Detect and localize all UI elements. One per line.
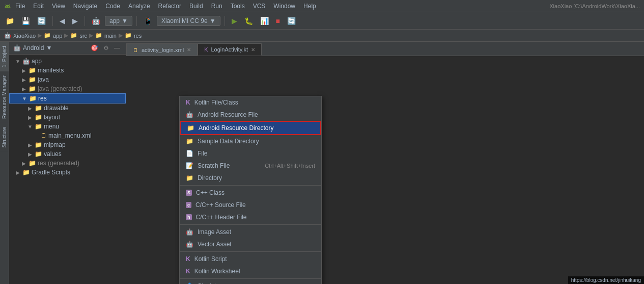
xml-tab-close[interactable]: ✕ — [187, 47, 191, 53]
toolbar-app-dropdown[interactable]: app ▼ — [105, 16, 132, 26]
toolbar-device-icon[interactable]: 📱 — [141, 15, 155, 27]
folder-icon-drawable: 📁 — [35, 105, 42, 112]
android-res-file-icon: 🤖 — [186, 111, 193, 118]
tree-item-layout[interactable]: ▶ 📁 layout — [9, 113, 126, 122]
menu-navigate[interactable]: Navigate — [69, 2, 101, 11]
submenu-cpp-source[interactable]: c C/C++ Source File — [180, 199, 321, 211]
panel-locate-btn[interactable]: 🎯 — [89, 44, 100, 52]
tree-item-java[interactable]: ▶ 📁 java — [9, 75, 126, 84]
menu-tools[interactable]: Tools — [227, 2, 249, 11]
submenu-singleton[interactable]: 🔷 Singleton — [180, 280, 321, 284]
tree-arrow-res: ▼ — [21, 96, 27, 101]
submenu-android-res-dir[interactable]: 📁 Android Resource Directory — [180, 121, 321, 135]
cpp-source-icon: c — [186, 202, 191, 208]
breadcrumb-main[interactable]: 📁 main — [95, 32, 117, 39]
breadcrumb-src[interactable]: 📁 src — [70, 32, 87, 39]
tree-item-manifests[interactable]: ▶ 📁 manifests — [9, 66, 126, 75]
submenu-scratch-file[interactable]: 📝 Scratch File Ctrl+Alt+Shift+Insert — [180, 160, 321, 172]
toolbar-sync2-btn[interactable]: 🔄 — [285, 15, 298, 27]
submenu-kotlin-file[interactable]: K Kotlin File/Class — [180, 96, 321, 109]
toolbar-sync-btn[interactable]: 🔄 — [35, 15, 48, 27]
side-tab-structure[interactable]: Structure — [0, 123, 9, 152]
project-panel-header: 🤖 Android ▼ 🎯 ⚙ — — [9, 42, 126, 55]
submenu-kotlin-worksheet[interactable]: K Kotlin Worksheet — [180, 265, 321, 277]
breadcrumb-res[interactable]: 📁 res — [125, 32, 142, 39]
breadcrumb-res-folder-icon: 📁 — [125, 32, 132, 39]
panel-header-actions: 🎯 ⚙ — — [89, 44, 122, 52]
tree-arrow-res-gen: ▶ — [21, 161, 27, 166]
submenu-kotlin-script[interactable]: K Kotlin Script — [180, 253, 321, 265]
xml-tab-icon: 🗒 — [133, 47, 138, 53]
tree-item-gradle[interactable]: ▶ 📁 Gradle Scripts — [9, 168, 126, 177]
toolbar-run-btn[interactable]: ▶ — [229, 15, 240, 27]
menu-build[interactable]: Build — [185, 2, 207, 11]
toolbar-forward-btn[interactable]: ▶ — [70, 15, 80, 27]
menu-analyze[interactable]: Analyze — [124, 2, 154, 11]
tree-label-main-menu-xml: main_menu.xml — [48, 132, 92, 139]
submenu-cpp-header[interactable]: h C/C++ Header File — [180, 211, 321, 223]
folder-icon-menu: 📁 — [35, 123, 42, 130]
folder-icon-res: 📁 — [29, 95, 37, 102]
panel-gear-btn[interactable]: ⚙ — [102, 44, 110, 52]
panel-title-arrow: ▼ — [46, 44, 52, 51]
tree-item-values[interactable]: ▶ 📁 values — [9, 149, 126, 159]
menu-run[interactable]: Run — [207, 2, 227, 11]
tree-arrow-values: ▶ — [27, 151, 33, 157]
menu-file[interactable]: File — [11, 2, 29, 11]
tree-item-app[interactable]: ▼ 🤖 app — [9, 57, 126, 66]
toolbar-device-arrow: ▼ — [210, 17, 216, 24]
cpp-class-icon: S — [186, 190, 192, 196]
submenu-directory[interactable]: 📁 Directory — [180, 172, 321, 184]
toolbar-save-btn[interactable]: 💾 — [19, 15, 33, 27]
tree-item-res[interactable]: ▼ 📁 res — [9, 93, 126, 104]
toolbar-open-btn[interactable]: 📁 — [3, 15, 17, 27]
submenu-sep-4 — [180, 278, 321, 279]
panel-close-btn[interactable]: — — [113, 44, 122, 52]
tooltip-text: https://blog.csdn.net/jinhuikang — [571, 277, 641, 283]
tree-item-drawable[interactable]: ▶ 📁 drawable — [9, 104, 126, 113]
tree-item-mipmap[interactable]: ▶ 📁 mipmap — [9, 140, 126, 149]
tree-item-menu[interactable]: ▼ 📁 menu — [9, 122, 126, 131]
breadcrumb-res-label: res — [134, 33, 142, 39]
tree-item-java-gen[interactable]: ▶ 📁 java (generated) — [9, 84, 126, 93]
submenu-image-asset-label: Image Asset — [198, 228, 231, 236]
menu-view[interactable]: View — [48, 2, 69, 11]
tree-item-res-gen[interactable]: ▶ 📁 res (generated) — [9, 159, 126, 168]
menubar: File Edit View Navigate Code Analyze Ref… — [0, 0, 644, 12]
toolbar-profile-btn[interactable]: 📊 — [258, 15, 271, 27]
tree-label-app: app — [32, 58, 42, 65]
submenu-kotlin-worksheet-label: Kotlin Worksheet — [194, 268, 241, 275]
editor-tab-xml[interactable]: 🗒 activity_login.xml ✕ — [126, 43, 198, 56]
tree-item-main-menu-xml[interactable]: 🗒 main_menu.xml — [9, 131, 126, 140]
submenu-vector-asset[interactable]: 🤖 Vector Asset — [180, 238, 321, 250]
menu-edit[interactable]: Edit — [29, 2, 48, 11]
folder-icon-app: 🤖 — [22, 58, 30, 65]
submenu-cpp-header-label: C/C++ Header File — [196, 214, 247, 221]
submenu-cpp-class[interactable]: S C++ Class — [180, 187, 321, 199]
menu-refactor[interactable]: Refactor — [154, 2, 185, 11]
side-tab-project[interactable]: 1: Project — [0, 42, 9, 71]
breadcrumb-app[interactable]: 📁 app — [44, 32, 62, 39]
project-panel-title: 🤖 Android ▼ — [13, 44, 52, 51]
kt-tab-close[interactable]: ✕ — [251, 47, 255, 53]
toolbar-stop-btn[interactable]: ■ — [273, 15, 283, 27]
submenu-sample-data-dir[interactable]: 📁 Sample Data Directory — [180, 135, 321, 147]
breadcrumb: 🤖 XiaoXiao ▶ 📁 app ▶ 📁 src ▶ 📁 main ▶ 📁 … — [0, 30, 644, 42]
toolbar-device-dropdown[interactable]: Xiaomi MI CC 9e ▼ — [157, 16, 220, 26]
menu-help[interactable]: Help — [299, 2, 320, 11]
app-title: XiaoXiao [C:\AndroidWork\XiaoXia... — [549, 3, 640, 9]
toolbar-android-btn[interactable]: 🤖 — [89, 15, 103, 27]
breadcrumb-folder-icon: 📁 — [44, 32, 51, 39]
toolbar-back-btn[interactable]: ◀ — [57, 15, 68, 27]
toolbar-debug-btn[interactable]: 🐛 — [242, 15, 256, 27]
submenu-file[interactable]: 📄 File — [180, 147, 321, 160]
menu-vcs[interactable]: VCS — [249, 2, 270, 11]
editor-tab-kt[interactable]: K LoginActivity.kt ✕ — [198, 43, 262, 56]
submenu-image-asset[interactable]: 🤖 Image Asset — [180, 226, 321, 238]
side-tab-resource-manager[interactable]: Resource Manager — [0, 71, 9, 123]
menu-code[interactable]: Code — [101, 2, 124, 11]
submenu-android-res-file[interactable]: 🤖 Android Resource File — [180, 109, 321, 121]
breadcrumb-xiaoxiao[interactable]: XiaoXiao — [13, 33, 36, 39]
tree-label-layout: layout — [44, 114, 60, 121]
menu-window[interactable]: Window — [269, 2, 299, 11]
